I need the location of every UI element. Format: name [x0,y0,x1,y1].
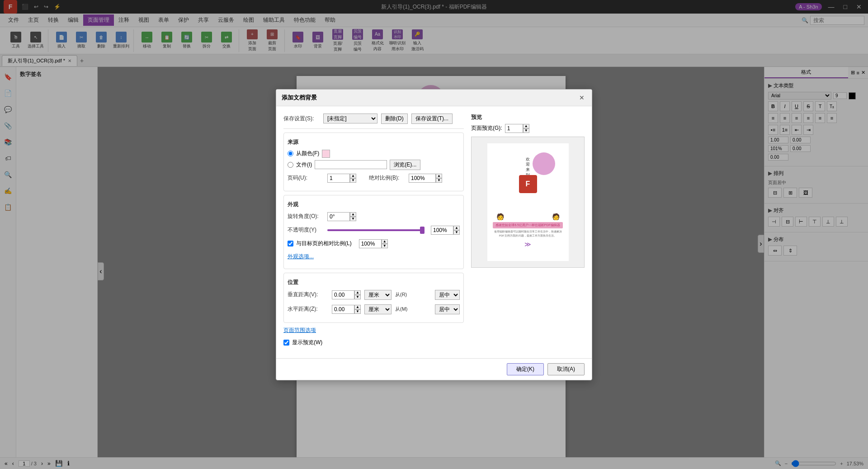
dialog-titlebar: 添加文档背景 ✕ [276,90,592,106]
confirm-btn[interactable]: 确定(K) [507,363,544,375]
horizontal-spinner: ▲ ▼ [332,305,361,314]
opacity-slider-track [327,229,425,231]
show-preview-checkbox-row: 显示预览(W) [283,339,322,346]
cancel-btn[interactable]: 取消(A) [547,363,585,375]
opacity-spinner: ▲ ▼ [431,226,460,235]
opacity-spinner-btns: ▲ ▼ [453,226,460,235]
page-row: 页码(U): ▲ ▼ 绝对比例(B): ▲ [288,174,460,183]
show-preview-label: 显示预览(W) [292,339,322,346]
page-preview-spinner: ▲ ▼ [505,124,529,133]
ratio-down-btn[interactable]: ▼ [436,178,442,183]
page-down-btn[interactable]: ▼ [350,178,356,183]
source-section: 来源 从颜色(F) 文件(I) 浏览(E)... [283,133,464,191]
dialog-body: 保存设置(S): [未指定] 删除(D) 保存设置(T)... 来源 从颜色(F… [276,106,592,358]
horizontal-from-label: 从(M) [395,306,431,313]
appearance-label: 外观 [288,201,460,208]
page-spinner: ▲ ▼ [327,174,356,183]
vertical-input[interactable] [332,290,354,299]
opacity-up-btn[interactable]: ▲ [453,226,460,230]
ratio-input[interactable] [409,174,436,183]
page-spinner-btns: ▲ ▼ [350,174,356,183]
save-settings-btn[interactable]: 保存设置(T)... [411,114,453,124]
file-radio-label: 文件(I) [296,161,312,169]
browse-btn[interactable]: 浏览(E)... [390,160,420,170]
page-preview-input[interactable] [505,124,523,133]
relative-label: 与目标页的相对比例(L) [296,240,352,247]
vertical-from-label: 从(R) [395,291,431,298]
color-radio-row: 从颜色(F) [288,150,460,158]
vertical-down-btn[interactable]: ▼ [354,295,361,299]
page-range-link[interactable]: 页面范围选项 [283,327,316,334]
relative-up-btn[interactable]: ▲ [382,239,388,244]
preview-person-right: 🧑 [552,213,560,220]
save-settings-row: 保存设置(S): [未指定] 删除(D) 保存设置(T)... [283,114,464,124]
vertical-unit-select[interactable]: 厘米 [364,290,392,300]
page-preview-spinner-btns: ▲ ▼ [523,124,529,133]
opacity-slider-thumb[interactable] [420,227,425,234]
vertical-row: 垂直距离(V): ▲ ▼ 厘米 从(R) [288,290,460,300]
page-up-btn[interactable]: ▲ [350,174,356,178]
save-settings-select[interactable]: [未指定] [323,114,377,123]
show-preview-row: 显示预览(W) [283,339,464,346]
show-preview-checkbox[interactable] [283,340,289,346]
appearance-options-row: 外观选项... [288,253,460,261]
preview-circle [533,152,555,175]
vertical-spinner-btns: ▲ ▼ [354,290,361,299]
color-swatch[interactable] [322,150,330,158]
horizontal-row: 水平距离(Z): ▲ ▼ 厘米 从(M) [288,304,460,314]
relative-checkbox[interactable] [288,241,293,246]
preview-img-area: F 🧑 🧑 欢迎来到福昕 [492,148,564,220]
page-range-row: 页面范围选项 [283,327,464,334]
relative-checkbox-row: 与目标页的相对比例(L) [288,240,352,247]
relative-down-btn[interactable]: ▼ [382,244,388,248]
opacity-slider-container [327,229,425,231]
dialog-footer: 确定(K) 取消(A) [276,358,592,380]
preview-logo: F [519,175,537,193]
rotate-label: 旋转角度(O): [288,213,324,220]
dialog-title: 添加文档背景 [282,94,317,102]
file-input[interactable] [315,160,387,169]
relative-row: 与目标页的相对比例(L) ▲ ▼ [288,239,460,248]
dialog-close-btn[interactable]: ✕ [577,93,586,102]
ratio-label: 绝对比例(B): [369,174,405,182]
opacity-label: 不透明度(Y) [288,226,324,234]
rotate-input[interactable] [327,212,350,221]
color-radio-label: 从颜色(F) [296,150,319,157]
file-radio[interactable] [288,162,293,168]
appearance-section: 外观 旋转角度(O): ▲ ▼ 不透明度(Y) [283,195,464,269]
appearance-options-link[interactable]: 外观选项... [288,253,314,261]
position-label: 位置 [288,279,460,286]
rotate-up-btn[interactable]: ▲ [350,212,356,217]
page-value-input[interactable] [327,174,350,183]
horizontal-input[interactable] [332,305,354,314]
color-radio[interactable] [288,151,293,156]
horizontal-down-btn[interactable]: ▼ [354,309,361,314]
opacity-slider-fill [327,229,425,231]
preview-box: F 🧑 🧑 欢迎来到福昕 感谢您如全球6.5亿用户一样任福昕PDF编辑器 使用福… [471,137,585,268]
delete-btn[interactable]: 删除(D) [381,114,408,124]
vertical-align-select[interactable]: 居中 [435,290,460,300]
horizontal-unit-select[interactable]: 厘米 [364,304,392,314]
vertical-up-btn[interactable]: ▲ [354,290,361,295]
separator1 [283,128,464,129]
rotate-spinner: ▲ ▼ [327,212,356,221]
opacity-input[interactable] [431,226,453,235]
preview-sub: 使用福昕编辑器可以随时随在日常工作生活中，快速解决PDF文档方面的 问题，提效工… [492,230,564,238]
horizontal-align-select[interactable]: 居中 [435,304,460,314]
preview-person-left: 🧑 [496,213,504,220]
rotate-spinner-btns: ▲ ▼ [350,212,356,221]
radio-color-group: 从颜色(F) 文件(I) 浏览(E)... [288,150,460,170]
ratio-up-btn[interactable]: ▲ [436,174,442,178]
page-preview-label: 页面预览(G): [471,124,502,132]
opacity-down-btn[interactable]: ▼ [453,230,460,235]
preview-arrow: ≫ [524,241,531,248]
horizontal-up-btn[interactable]: ▲ [354,305,361,309]
relative-input[interactable] [359,239,382,248]
vertical-label: 垂直距离(V): [288,291,328,298]
page-preview-up-btn[interactable]: ▲ [523,124,529,128]
page-num-row: 页面预览(G): ▲ ▼ [471,124,585,133]
page-preview-down-btn[interactable]: ▼ [523,128,529,133]
rotate-down-btn[interactable]: ▼ [350,217,356,221]
rotate-row: 旋转角度(O): ▲ ▼ [288,212,460,221]
file-radio-row: 文件(I) 浏览(E)... [288,160,460,170]
